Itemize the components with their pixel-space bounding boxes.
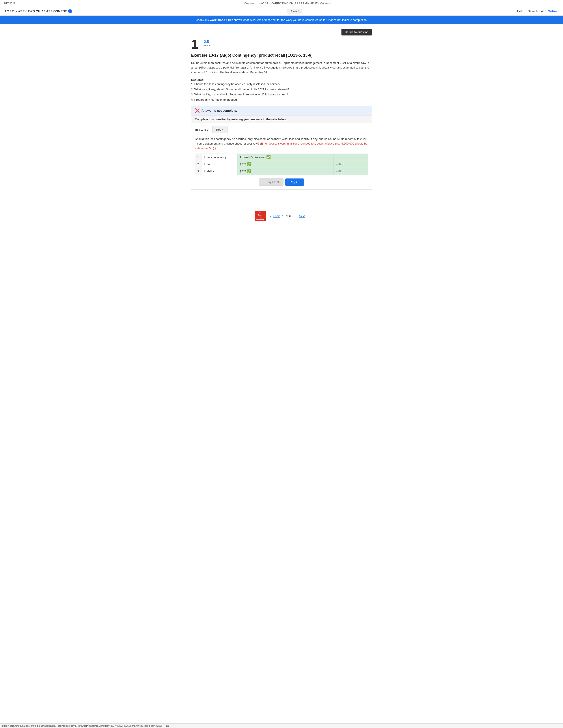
check-icon-2: ✅ <box>247 162 251 166</box>
top-nav-right: Help Save & Exit Submit <box>517 9 559 13</box>
saved-badge: Saved <box>287 9 303 13</box>
footer: Mc Graw Hill Education ‹ Prev 1 of 6 ⋮ N… <box>0 207 563 225</box>
loss-contingency-value[interactable]: Accrued & disclosed ✅ <box>237 154 334 161</box>
check-work-banner: Check my work mode : This shows what is … <box>0 16 563 24</box>
question-header: Return to question <box>191 29 372 35</box>
points-value: 2.5 <box>204 40 209 44</box>
browser-date: 3/17/2021 <box>4 2 15 5</box>
assignment-title: AC 331 - WEEK TWO CH. 13 ASSIGNMENT <box>4 9 67 13</box>
assignment-title-area: AC 331 - WEEK TWO CH. 13 ASSIGNMENT i <box>4 9 72 13</box>
required-section: Required: 1. Should this loss contingenc… <box>191 78 372 102</box>
tab-nav: ‹ Req 1 to 3 Req 4 › <box>195 178 368 186</box>
tab-content: Should this loss contingency be accrued,… <box>191 133 372 189</box>
exercise-title: Exercise 13-17 (Algo) Contingency; produ… <box>191 53 372 58</box>
question-meta: 1 2.5 points <box>191 38 372 51</box>
points-label: points <box>203 44 210 47</box>
liability-unit: million <box>334 168 368 175</box>
tab-req-1-to-3[interactable]: Req 1 to 3 <box>191 126 212 133</box>
row-num-2: 2. <box>195 161 202 168</box>
banner-normal: This shows what is correct or incorrect … <box>227 18 367 22</box>
loss-label: Loss <box>202 161 237 168</box>
next-question-link[interactable]: Next <box>299 214 305 218</box>
prev-question-link[interactable]: Prev <box>273 214 280 218</box>
data-table: 1. Loss contingency Accrued & disclosed … <box>195 154 368 175</box>
table-row: 3. Liability $ 7.5 ✅ million <box>195 168 368 175</box>
question-description: Sound Audio manufactures and sells audio… <box>191 61 372 74</box>
tabs: Req 1 to 3 Req 4 <box>191 126 372 133</box>
browser-title: Question 1 - AC 331 - WEEK TWO CH. 13 AS… <box>15 2 559 5</box>
required-list: 1. Should this loss contingency be accru… <box>191 82 372 102</box>
check-icon-3: ✅ <box>247 169 251 173</box>
answer-status-banner: ❌ Answer is not complete. <box>191 106 372 115</box>
tab-description: Should this loss contingency be accrued,… <box>195 137 368 150</box>
submit-link[interactable]: Submit <box>548 9 559 13</box>
footer-nav: ‹ Prev 1 of 6 ⋮ Next › <box>270 214 309 218</box>
required-item-4: 4. Prepare any journal entry needed. <box>191 97 372 102</box>
required-item-1: 1. Should this loss contingency be accru… <box>191 82 372 87</box>
complete-instruction: Complete this question by entering your … <box>191 115 372 123</box>
answer-status-text: Answer is not complete. <box>201 109 237 112</box>
help-link[interactable]: Help <box>517 9 523 13</box>
question-number: 1 <box>191 38 198 51</box>
grid-icon[interactable]: ⋮ <box>293 214 297 218</box>
liability-value[interactable]: $ 7.5 ✅ <box>237 168 334 175</box>
table-row: 1. Loss contingency Accrued & disclosed … <box>195 154 368 161</box>
row-num-3: 3. <box>195 168 202 175</box>
mcgraw-hill-logo: Mc Graw Hill Education <box>254 211 266 221</box>
banner-bold: Check my work mode : <box>195 18 227 22</box>
save-exit-link[interactable]: Save & Exit <box>528 9 544 13</box>
required-item-2: 2. What loss, if any, should Sound Audio… <box>191 87 372 92</box>
check-icon-1: ✅ <box>266 155 271 159</box>
loss-unit: million <box>334 161 368 168</box>
main-content: Return to question 1 2.5 points Exercise… <box>182 24 381 198</box>
browser-bar: 3/17/2021 Question 1 - AC 331 - WEEK TWO… <box>0 0 563 7</box>
top-nav: AC 331 - WEEK TWO CH. 13 ASSIGNMENT i Sa… <box>0 7 563 16</box>
page-of: of 6 <box>286 214 291 218</box>
info-icon[interactable]: i <box>68 9 72 13</box>
next-tab-button[interactable]: Req 4 › <box>285 178 304 186</box>
required-label: Required: <box>191 78 204 82</box>
current-page: 1 <box>282 214 284 218</box>
return-to-question-button[interactable]: Return to question <box>342 29 372 35</box>
tab-req-4[interactable]: Req 4 <box>212 126 227 133</box>
error-icon: ❌ <box>195 108 200 113</box>
prev-tab-button[interactable]: ‹ Req 1 to 3 <box>259 178 283 186</box>
loss-value[interactable]: $ 7.5 ✅ <box>237 161 334 168</box>
table-row: 2. Loss $ 7.5 ✅ million <box>195 161 368 168</box>
loss-contingency-label: Loss contingency <box>202 154 237 161</box>
points-area: 2.5 points <box>203 40 210 47</box>
required-item-3: 3. What liability, if any, should Sound … <box>191 92 372 97</box>
liability-label: Liability <box>202 168 237 175</box>
loss-contingency-unit <box>334 154 368 161</box>
row-num-1: 1. <box>195 154 202 161</box>
